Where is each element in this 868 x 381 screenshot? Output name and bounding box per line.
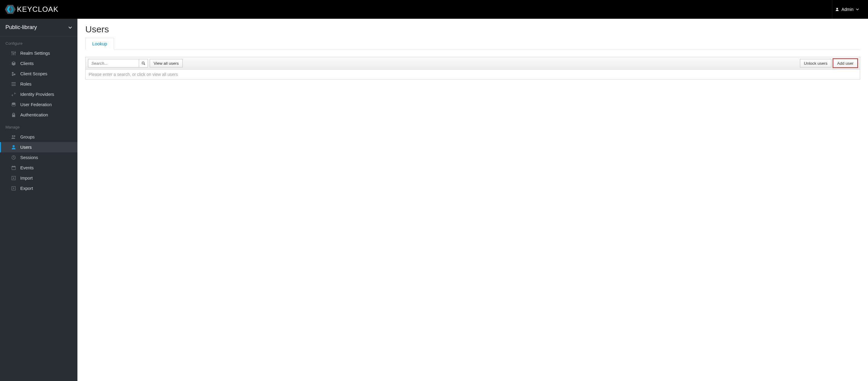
brand-text: KEYCLOAK xyxy=(17,5,58,13)
user-label: Admin xyxy=(841,7,854,12)
search-hint: Please enter a search, or click on view … xyxy=(85,69,860,80)
cube-icon xyxy=(11,61,16,66)
sidebar-item-label: Realm Settings xyxy=(20,51,50,56)
realm-name: Public-library xyxy=(5,24,37,31)
sidebar-item-label: Authentication xyxy=(20,113,48,117)
sidebar-item-label: Sessions xyxy=(20,155,38,160)
exchange-icon xyxy=(11,92,16,97)
sidebar-item-label: Identity Providers xyxy=(20,92,54,97)
section-manage-label: Manage xyxy=(0,120,78,132)
lock-icon xyxy=(11,113,16,117)
svg-rect-19 xyxy=(14,166,15,167)
svg-rect-17 xyxy=(12,166,16,167)
svg-rect-5 xyxy=(15,51,16,55)
sidebar-item-label: Client Scopes xyxy=(20,71,47,76)
chevron-down-icon xyxy=(68,26,72,29)
sidebar-item-label: Export xyxy=(20,186,33,191)
clock-icon xyxy=(11,155,16,160)
svg-rect-8 xyxy=(14,52,16,53)
sidebar-item-identity-providers[interactable]: Identity Providers xyxy=(0,89,78,99)
svg-rect-10 xyxy=(11,84,16,84)
user-menu[interactable]: Admin xyxy=(832,0,862,19)
users-toolbar: View all users Unlock users Add user xyxy=(85,57,860,69)
search-button[interactable] xyxy=(139,59,148,67)
add-user-button[interactable]: Add user xyxy=(833,59,858,67)
user-icon xyxy=(11,145,16,150)
main-content: Users Lookup View all users Unlock users… xyxy=(78,19,868,381)
svg-point-13 xyxy=(12,135,13,137)
tab-lookup[interactable]: Lookup xyxy=(85,38,114,50)
calendar-icon xyxy=(11,165,16,170)
cubes-icon xyxy=(11,71,16,76)
search-icon xyxy=(142,61,146,65)
sidebar-item-label: Roles xyxy=(20,82,31,87)
list-icon xyxy=(11,82,16,87)
sidebar-item-label: Users xyxy=(20,145,32,150)
sidebar-item-label: Groups xyxy=(20,134,35,139)
search-input[interactable] xyxy=(88,59,139,67)
search-group xyxy=(88,59,148,67)
user-icon xyxy=(835,7,839,11)
sidebar-item-events[interactable]: Events xyxy=(0,163,78,173)
sidebar-item-users[interactable]: Users xyxy=(0,142,78,152)
sidebar-item-realm-settings[interactable]: Realm Settings xyxy=(0,48,78,58)
svg-line-23 xyxy=(144,64,145,65)
unlock-users-button[interactable]: Unlock users xyxy=(800,59,831,67)
chevron-down-icon xyxy=(856,8,859,11)
sidebar-item-label: User Federation xyxy=(20,102,52,107)
sidebar-item-export[interactable]: Export xyxy=(0,183,78,193)
svg-rect-7 xyxy=(13,54,14,54)
svg-marker-0 xyxy=(5,5,16,14)
keycloak-logo-icon xyxy=(5,5,16,14)
realm-selector[interactable]: Public-library xyxy=(0,19,78,36)
sidebar-item-roles[interactable]: Roles xyxy=(0,79,78,89)
svg-rect-9 xyxy=(11,82,16,83)
group-icon xyxy=(11,134,16,139)
sidebar-item-user-federation[interactable]: User Federation xyxy=(0,99,78,110)
svg-rect-11 xyxy=(11,85,16,86)
svg-point-14 xyxy=(14,135,16,137)
top-header: KEYCLOAK Admin xyxy=(0,0,868,19)
svg-point-22 xyxy=(142,62,144,64)
sidebar-item-groups[interactable]: Groups xyxy=(0,132,78,142)
svg-rect-18 xyxy=(12,166,13,167)
sidebar-item-clients[interactable]: Clients xyxy=(0,58,78,69)
import-icon xyxy=(11,176,16,181)
page-title: Users xyxy=(85,24,860,34)
svg-rect-6 xyxy=(11,52,13,52)
svg-rect-4 xyxy=(13,51,14,55)
sidebar-item-label: Import xyxy=(20,176,33,181)
export-icon xyxy=(11,186,16,191)
tabs: Lookup xyxy=(85,37,860,50)
sidebar-item-label: Events xyxy=(20,165,34,170)
sidebar-item-import[interactable]: Import xyxy=(0,173,78,183)
sliders-icon xyxy=(11,51,16,56)
sidebar: Public-library Configure Realm Settings … xyxy=(0,19,78,381)
section-configure-label: Configure xyxy=(0,36,78,48)
sidebar-item-authentication[interactable]: Authentication xyxy=(0,110,78,120)
sidebar-item-sessions[interactable]: Sessions xyxy=(0,152,78,163)
database-icon xyxy=(11,102,16,107)
brand-logo[interactable]: KEYCLOAK xyxy=(5,5,58,14)
view-all-users-button[interactable]: View all users xyxy=(150,59,183,67)
sidebar-item-label: Clients xyxy=(20,61,34,66)
sidebar-item-client-scopes[interactable]: Client Scopes xyxy=(0,69,78,79)
